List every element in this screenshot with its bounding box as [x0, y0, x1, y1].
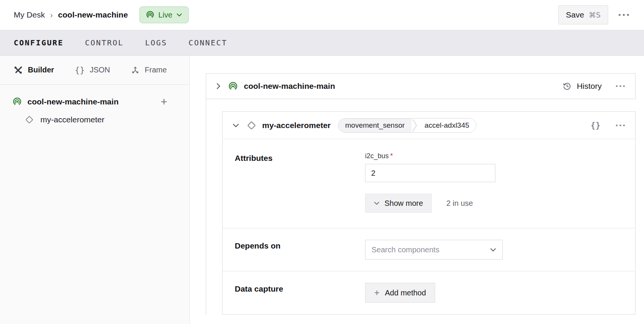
- add-method-button[interactable]: + Add method: [365, 283, 435, 303]
- broadcast-icon: [228, 82, 238, 91]
- status-badge: Live: [159, 11, 173, 19]
- search-components-input[interactable]: [372, 245, 487, 254]
- depends-on-field: [365, 240, 625, 260]
- tree-item-accelerometer-label: my-accelerometer: [40, 115, 104, 124]
- i2c-bus-input[interactable]: [365, 164, 495, 182]
- breadcrumb-root-link[interactable]: My Desk: [14, 10, 45, 19]
- view-json-label: JSON: [90, 66, 110, 74]
- config-main-panel: cool-new-machine-main History: [190, 56, 644, 324]
- history-clock-icon: [562, 82, 572, 91]
- view-frame-label: Frame: [145, 66, 167, 74]
- save-button[interactable]: Save ⌘S: [558, 5, 608, 24]
- machine-card-overflow-menu[interactable]: [615, 85, 625, 88]
- machine-part-card-title: cool-new-machine-main: [244, 82, 335, 91]
- view-builder-label: Builder: [28, 66, 54, 74]
- attributes-section: Attributes i2c_bus*: [223, 139, 635, 228]
- diamond-icon: [247, 120, 256, 130]
- i2c-bus-field-label: i2c_bus*: [365, 152, 625, 160]
- broadcast-icon: [146, 11, 154, 19]
- accelerometer-card: my-accelerometer movement_sensor accel-a…: [222, 111, 636, 314]
- component-card-wrapper: my-accelerometer movement_sensor accel-a…: [206, 111, 636, 314]
- data-capture-field: + Add method: [365, 283, 625, 303]
- braces-icon: {}: [75, 65, 85, 75]
- component-type-badge: movement_sensor: [338, 119, 412, 132]
- tree-item-accelerometer[interactable]: my-accelerometer: [0, 111, 189, 129]
- chevron-down-icon: [176, 13, 182, 17]
- tab-connect[interactable]: CONNECT: [189, 36, 227, 50]
- add-method-label: Add method: [385, 289, 426, 297]
- tools-icon: [14, 66, 23, 75]
- view-frame-button[interactable]: Frame: [131, 66, 167, 75]
- add-component-button[interactable]: +: [160, 96, 167, 107]
- chevron-right-icon: [216, 83, 221, 90]
- depends-on-select[interactable]: [365, 240, 503, 260]
- show-more-row: Show more 2 in use: [365, 194, 625, 213]
- top-bar-overflow-menu[interactable]: [618, 13, 630, 16]
- component-model-badge: accel-adxl345: [418, 119, 476, 132]
- required-marker: *: [390, 152, 393, 160]
- accelerometer-card-header: my-accelerometer movement_sensor accel-a…: [223, 112, 635, 139]
- machine-status-dropdown[interactable]: Live: [139, 6, 189, 23]
- overflow-menu-icon: [618, 13, 630, 16]
- tab-control[interactable]: CONTROL: [85, 36, 124, 50]
- component-card-overflow-menu[interactable]: [615, 124, 625, 127]
- view-json-button[interactable]: {} JSON: [75, 65, 110, 75]
- attributes-usage-count: 2 in use: [446, 199, 473, 208]
- attributes-fields: i2c_bus* Show more 2 in use: [365, 152, 625, 213]
- component-tree: cool-new-machine-main + my-accelerometer: [0, 85, 189, 129]
- overflow-menu-icon: [615, 85, 625, 88]
- depends-on-section-label: Depends on: [235, 240, 365, 260]
- show-more-label: Show more: [384, 199, 423, 208]
- data-capture-section: Data capture + Add method: [223, 271, 635, 314]
- save-shortcut-hint: ⌘S: [589, 11, 601, 19]
- show-more-button[interactable]: Show more: [365, 194, 432, 213]
- data-capture-section-label: Data capture: [235, 283, 365, 303]
- collapse-component-card-button[interactable]: [231, 122, 241, 129]
- breadcrumb-separator-icon: ›: [50, 11, 53, 19]
- content-area: Builder {} JSON Frame: [0, 56, 644, 324]
- tab-configure[interactable]: CONFIGURE: [14, 36, 64, 50]
- tree-item-machine-part-label: cool-new-machine-main: [27, 97, 119, 106]
- tree-connector-line: [206, 99, 206, 314]
- chevron-down-icon: [374, 201, 380, 205]
- expand-machine-card-button[interactable]: [215, 81, 222, 91]
- breadcrumb-machine-name: cool-new-machine: [58, 10, 128, 19]
- component-type-model-pill[interactable]: movement_sensor accel-adxl345: [338, 118, 477, 133]
- history-button-label: History: [577, 82, 602, 91]
- component-card-title: my-accelerometer: [262, 121, 331, 130]
- plus-icon: +: [374, 288, 380, 297]
- depends-on-section: Depends on: [223, 228, 635, 271]
- attributes-section-label: Attributes: [235, 152, 365, 213]
- overflow-menu-icon: [615, 124, 625, 127]
- main-tab-bar: CONFIGURE CONTROL LOGS CONNECT: [0, 30, 644, 56]
- view-builder-button[interactable]: Builder: [14, 66, 54, 75]
- machine-part-card: cool-new-machine-main History: [206, 73, 636, 99]
- broadcast-icon: [13, 97, 22, 106]
- chevron-down-icon: [490, 248, 496, 252]
- frame-axes-icon: [131, 66, 140, 75]
- i2c-bus-label-text: i2c_bus: [365, 152, 389, 160]
- tree-item-machine-part[interactable]: cool-new-machine-main +: [0, 93, 189, 111]
- save-button-label: Save: [566, 10, 584, 19]
- history-button[interactable]: History: [562, 82, 602, 91]
- config-sidebar: Builder {} JSON Frame: [0, 56, 190, 324]
- config-view-switcher: Builder {} JSON Frame: [0, 56, 189, 85]
- pill-divider-icon: [412, 119, 418, 132]
- diamond-icon: [25, 115, 34, 124]
- top-bar: My Desk › cool-new-machine Live Save ⌘S: [0, 0, 644, 30]
- tab-logs[interactable]: LOGS: [145, 36, 167, 50]
- chevron-down-icon: [232, 123, 239, 128]
- edit-json-button[interactable]: {}: [591, 120, 601, 130]
- viam-config-app: My Desk › cool-new-machine Live Save ⌘S: [0, 0, 644, 324]
